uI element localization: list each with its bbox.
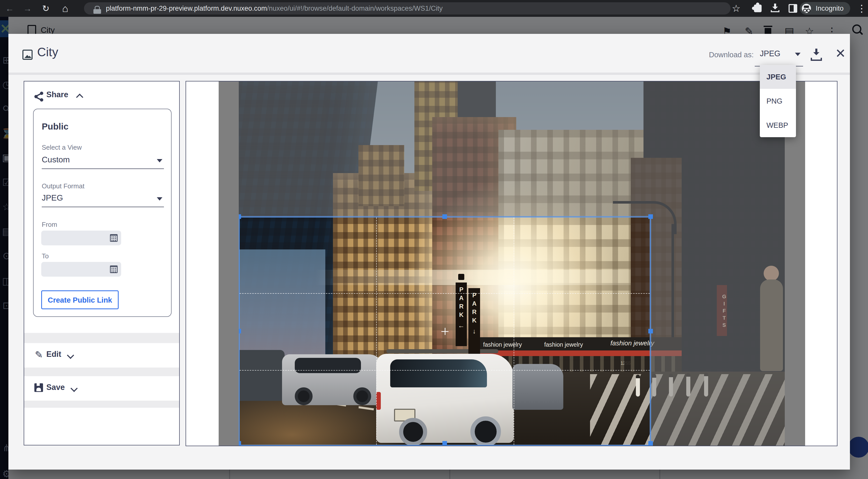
crop-shade-right [651, 217, 785, 446]
back-icon[interactable]: ← [2, 0, 17, 17]
from-date-input[interactable] [41, 231, 121, 245]
downloads-icon[interactable] [771, 4, 779, 12]
pencil-icon: ✎ [35, 349, 43, 360]
share-header[interactable]: Share [46, 90, 68, 99]
modal-title: City [37, 45, 58, 59]
crop-handle-s[interactable] [442, 441, 447, 446]
select-underline [42, 168, 164, 169]
share-icon [34, 92, 43, 102]
incognito-badge: Incognito [800, 2, 850, 15]
menu-item-png[interactable]: PNG [760, 89, 796, 113]
screen: ← → ↻ ⌂ platform-nmm-pr-29-preview.platf… [0, 0, 868, 479]
city-photo[interactable]: GIFTS fashion jewelry fashion jewelry fa… [239, 82, 785, 446]
side-panel-icon[interactable] [788, 4, 797, 13]
select-view-label: Select a View [42, 143, 82, 152]
chevron-down-icon [157, 197, 162, 200]
save-section[interactable]: Save [24, 376, 179, 401]
edit-header: Edit [46, 350, 61, 359]
actions-panel: Share Public Select a View Custom Output… [24, 81, 180, 445]
panel-filler [24, 408, 179, 445]
picture-type-icon [22, 50, 33, 60]
format-dropdown-menu: JPEG PNG WEBP [760, 65, 796, 137]
url-text: platform-nmm-pr-29-preview.platform.dev.… [106, 2, 443, 14]
public-share-card: Public Select a View Custom Output Forma… [33, 109, 172, 317]
save-header: Save [46, 383, 65, 392]
to-label: To [42, 252, 49, 260]
thirds-guide [514, 217, 514, 445]
extensions-icon[interactable] [754, 5, 762, 12]
save-icon [34, 383, 43, 392]
chevron-down-icon [70, 385, 78, 392]
download-button[interactable] [811, 49, 822, 61]
menu-item-webp[interactable]: WEBP [760, 113, 796, 137]
output-format-dropdown[interactable]: JPEG [42, 193, 63, 202]
thirds-guide [240, 293, 650, 294]
chevron-down-icon [157, 159, 162, 162]
to-date-input[interactable] [41, 262, 121, 277]
menu-item-jpeg[interactable]: JPEG [760, 65, 796, 89]
select-underline [42, 207, 164, 207]
crop-handle-nw[interactable] [239, 214, 241, 219]
crop-handle-se[interactable] [648, 441, 653, 446]
header-divider [8, 72, 850, 75]
thirds-guide [240, 370, 650, 371]
crop-handle-w[interactable] [239, 329, 241, 333]
crop-handle-ne[interactable] [648, 214, 653, 219]
browser-menu-icon[interactable]: ⋮ [854, 0, 868, 17]
forward-icon[interactable]: → [20, 0, 35, 17]
calendar-icon[interactable] [110, 265, 118, 273]
address-bar[interactable]: platform-nmm-pr-29-preview.platform.dev.… [84, 2, 731, 14]
incognito-icon [802, 4, 811, 13]
chevron-down-icon [67, 352, 74, 359]
crop-handle-n[interactable] [442, 214, 447, 219]
lock-icon [95, 6, 100, 10]
image-viewer: GIFTS fashion jewelry fashion jewelry fa… [219, 82, 805, 446]
output-format-label: Output Format [42, 182, 85, 190]
browser-toolbar: ← → ↻ ⌂ platform-nmm-pr-29-preview.platf… [0, 0, 868, 17]
crop-handle-e[interactable] [648, 329, 653, 333]
home-icon[interactable]: ⌂ [58, 0, 73, 17]
download-as-label: Download as: [709, 51, 754, 59]
share-section: Share Public Select a View Custom Output… [24, 82, 179, 333]
from-label: From [42, 221, 57, 229]
download-format-select[interactable]: JPEG [760, 49, 780, 58]
bookmark-star-icon[interactable]: ☆ [728, 0, 744, 17]
close-icon[interactable]: ✕ [835, 47, 846, 60]
select-view-dropdown[interactable]: Custom [42, 155, 70, 164]
crop-shade-top [239, 82, 785, 217]
thirds-guide [376, 217, 377, 445]
card-title: Public [42, 121, 68, 132]
chevron-up-icon [76, 94, 83, 101]
reload-icon[interactable]: ↻ [38, 0, 54, 17]
create-public-link-button[interactable]: Create Public Link [41, 290, 119, 309]
image-viewer-modal: City Download as: JPEG ✕ Share Public Se… [8, 34, 850, 470]
chevron-down-icon [795, 53, 801, 56]
preview-container: GIFTS fashion jewelry fashion jewelry fa… [186, 81, 837, 446]
crop-selection[interactable] [239, 217, 651, 446]
calendar-icon[interactable] [110, 234, 118, 242]
crop-handle-sw[interactable] [239, 441, 241, 446]
edit-section[interactable]: ✎ Edit [24, 343, 179, 368]
